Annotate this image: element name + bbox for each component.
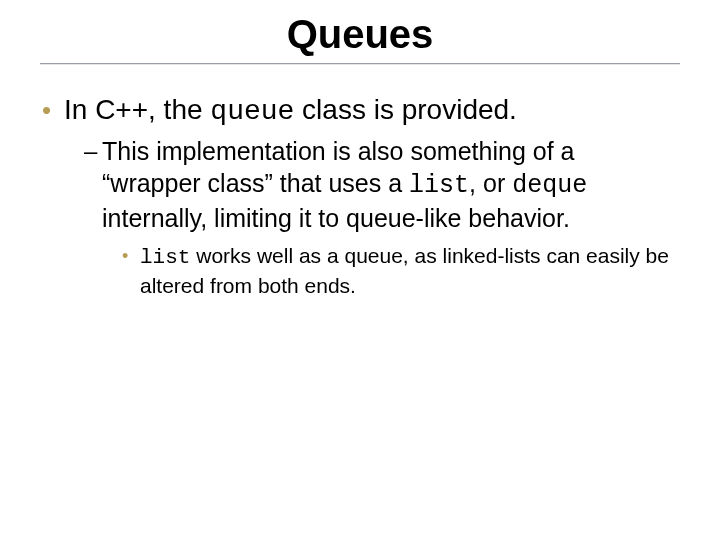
title-area: Queues: [0, 0, 720, 65]
slide: Queues • In C++, the queue class is prov…: [0, 0, 720, 540]
level3-rest: works well as a queue, as linked-lists c…: [140, 244, 669, 297]
level2-c: internally, limiting it to queue-like be…: [102, 204, 570, 232]
disc-bullet-icon: •: [42, 93, 64, 127]
body-area: • In C++, the queue class is provided. –…: [0, 65, 720, 300]
dot-bullet-icon: •: [122, 242, 140, 270]
level3-code: list: [140, 246, 190, 269]
bullet-level-2: – This implementation is also something …: [84, 135, 678, 234]
level2-text: This implementation is also something of…: [102, 135, 678, 234]
level1-pre: In C++, the: [64, 94, 210, 125]
level1-text: In C++, the queue class is provided.: [64, 93, 517, 129]
dash-bullet-icon: –: [84, 135, 102, 167]
level2-code1: list: [409, 171, 469, 200]
level3-text: list works well as a queue, as linked-li…: [140, 242, 678, 300]
level2-code2: deque: [512, 171, 587, 200]
level2-b: , or: [469, 169, 512, 197]
level1-code: queue: [210, 96, 294, 127]
bullet-level-1: • In C++, the queue class is provided.: [42, 93, 678, 129]
level1-post: class is provided.: [294, 94, 517, 125]
slide-title: Queues: [281, 12, 440, 59]
bullet-level-3: • list works well as a queue, as linked-…: [122, 242, 678, 300]
